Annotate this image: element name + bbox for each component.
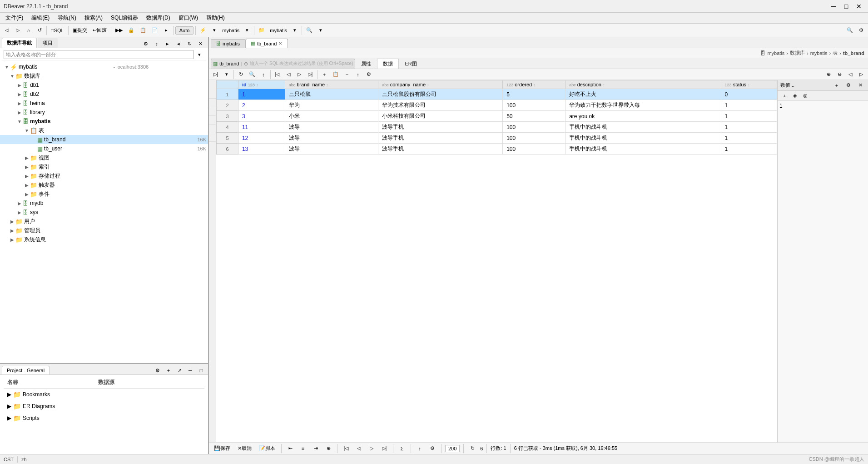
nav-right-1[interactable]: ⊕ [823, 70, 833, 80]
tree-item-db2[interactable]: ▶ 🗄 db2 [0, 90, 208, 99]
cell-status[interactable]: 0 [721, 89, 777, 100]
cell-brand-name[interactable]: 波导 [285, 133, 378, 144]
th-id[interactable]: id 123 ↕ [238, 80, 285, 89]
tree-item-mydb[interactable]: ▶ 🗄 mydb [0, 199, 208, 208]
cell-description[interactable]: are you ok [565, 111, 721, 122]
tree-item-triggers[interactable]: ▶ 📁 触发器 [0, 180, 208, 190]
menu-file[interactable]: 文件(F) [2, 13, 27, 23]
toolbar-btn-5[interactable]: ▸ [161, 25, 171, 35]
cell-id[interactable]: 12 [238, 133, 285, 144]
cell-status[interactable]: 1 [721, 100, 777, 111]
left-panel-btn-3[interactable]: ▸ [163, 40, 173, 48]
count-btn[interactable]: Σ [397, 444, 407, 453]
menu-help[interactable]: 帮助(H) [203, 13, 228, 23]
cell-description[interactable]: 华为致力于把数字世界带入每 [565, 100, 721, 111]
toolbar-settings[interactable]: ▾ [209, 25, 219, 35]
tab-tb-brand[interactable]: ▦ tb_brand ✕ [246, 39, 288, 48]
nav-right-2[interactable]: ⊖ [834, 70, 844, 80]
nav-delete-row[interactable]: − [342, 70, 352, 80]
prev-btn[interactable]: ◁ [354, 444, 364, 453]
nav-copy-row[interactable]: 📋 [330, 70, 341, 80]
th-company-name[interactable]: abc company_name ↕ [378, 80, 503, 89]
nav-btn-1[interactable]: ▷| [211, 70, 221, 80]
tree-item-sys[interactable]: ▶ 🗄 sys [0, 208, 208, 217]
left-panel-btn-2[interactable]: ↕ [152, 40, 162, 48]
left-panel-btn-5[interactable]: ↻ [184, 40, 194, 48]
last-btn[interactable]: ▷| [379, 444, 389, 453]
project-maximize-btn[interactable]: □ [196, 366, 206, 374]
nav-btn-2[interactable]: ▾ [222, 70, 232, 80]
tree-item-mybatis-db[interactable]: ▼ 🗄 mybatis [0, 117, 208, 126]
sidebar-tb-3[interactable]: ◎ [800, 92, 810, 100]
cell-ordered[interactable]: 100 [503, 144, 565, 155]
nav-add-row[interactable]: + [319, 70, 329, 80]
menu-window[interactable]: 窗口(W) [175, 13, 202, 23]
project-item-bookmarks[interactable]: ▶ 📁 Bookmarks [4, 389, 204, 400]
toolbar-more[interactable]: ▾ [316, 25, 326, 35]
align-left-btn[interactable]: ⇤ [285, 444, 295, 453]
cell-id[interactable]: 11 [238, 122, 285, 133]
sidebar-settings-btn[interactable]: ⚙ [843, 81, 853, 90]
cell-ordered[interactable]: 100 [503, 133, 565, 144]
schema-btn[interactable]: 📁 [256, 25, 267, 35]
tree-item-mybatis-root[interactable]: ▼ ⚡ mybatis - localhost:3306 [0, 62, 208, 71]
cell-company-name[interactable]: 小米科技有限公司 [378, 111, 503, 122]
toolbar-btn-4[interactable]: 📄 [149, 25, 160, 35]
home-button[interactable]: ⌂ [24, 25, 34, 35]
cell-description[interactable]: 手机中的战斗机 [565, 144, 721, 155]
sidebar-tb-1[interactable]: + [779, 92, 789, 100]
sidebar-add-btn[interactable]: + [832, 81, 842, 90]
cell-company-name[interactable]: 波导手机 [378, 144, 503, 155]
table-row[interactable]: 22华为华为技术有限公司100华为致力于把数字世界带入每1 [217, 100, 777, 111]
cell-description[interactable]: 好吃不上火 [565, 89, 721, 100]
cell-status[interactable]: 1 [721, 122, 777, 133]
tree-item-tables[interactable]: ▼ 📋 表 [0, 126, 208, 135]
cell-company-name[interactable]: 波导手机 [378, 133, 503, 144]
nav-prev[interactable]: ◁ [283, 70, 293, 80]
rollback-button[interactable]: ↩ 回滚 [90, 25, 109, 35]
forward-button[interactable]: ▷ [13, 25, 23, 35]
sub-tab-data[interactable]: 数据 [377, 59, 399, 69]
sub-tab-properties[interactable]: 属性 [355, 59, 377, 69]
th-brand-name[interactable]: abc brand_name ↕ [285, 80, 378, 89]
cell-id[interactable]: 3 [238, 111, 285, 122]
toolbar-right-1[interactable]: 🔍 [844, 25, 855, 35]
settings-btn[interactable]: ⚙ [427, 444, 437, 453]
menu-database[interactable]: 数据库(D) [143, 13, 174, 23]
align-center-btn[interactable]: ≡ [298, 444, 308, 453]
cell-brand-name[interactable]: 三只松鼠 [285, 89, 378, 100]
save-btn[interactable]: 💾 保存 [212, 444, 233, 453]
sub-tab-er[interactable]: ER图 [399, 59, 422, 69]
tree-item-db1[interactable]: ▶ 🗄 db1 [0, 80, 208, 90]
nav-export[interactable]: ↑ [353, 70, 363, 80]
project-item-er[interactable]: ▶ 📁 ER Diagrams [4, 400, 204, 412]
toolbar-btn-2[interactable]: 🔒 [126, 25, 137, 35]
connection-dropdown-2[interactable]: ▾ [290, 25, 300, 35]
cell-status[interactable]: 1 [721, 133, 777, 144]
submit-button[interactable]: ▣ 提交 [70, 25, 89, 35]
th-ordered[interactable]: 123 ordered ↕ [503, 80, 565, 89]
sidebar-close-btn[interactable]: ✕ [855, 81, 865, 90]
tab-close-btn[interactable]: ✕ [278, 41, 282, 46]
project-item-scripts[interactable]: ▶ 📁 Scripts [4, 412, 204, 424]
left-panel-btn-4[interactable]: ◂ [174, 40, 184, 48]
minimize-button[interactable]: ─ [828, 2, 839, 11]
cell-id[interactable]: 13 [238, 144, 285, 155]
tree-item-indexes[interactable]: ▶ 📁 索引 [0, 162, 208, 171]
menu-nav[interactable]: 导航(N) [54, 13, 80, 23]
cell-description[interactable]: 手机中的战斗机 [565, 122, 721, 133]
refresh-btn[interactable]: ↻ [467, 444, 477, 453]
back-button[interactable]: ◁ [2, 25, 12, 35]
nav-import[interactable]: ⚙ [364, 70, 374, 80]
tab-project-general[interactable]: Project - General [2, 366, 50, 374]
align-right-btn[interactable]: ⇥ [311, 444, 321, 453]
tree-item-sysinfo[interactable]: ▶ 📁 系统信息 [0, 235, 208, 244]
table-row[interactable]: 512波导波导手机100手机中的战斗机1 [217, 133, 777, 144]
close-button[interactable]: ✕ [853, 2, 864, 11]
project-settings-btn[interactable]: ⚙ [153, 366, 163, 374]
refresh-button[interactable]: ↺ [35, 25, 45, 35]
script-btn[interactable]: 📝 脚本 [257, 444, 278, 453]
cell-brand-name[interactable]: 波导 [285, 144, 378, 155]
cell-ordered[interactable]: 50 [503, 111, 565, 122]
tree-item-tb-user[interactable]: ▦ tb_user 16K [0, 144, 208, 153]
